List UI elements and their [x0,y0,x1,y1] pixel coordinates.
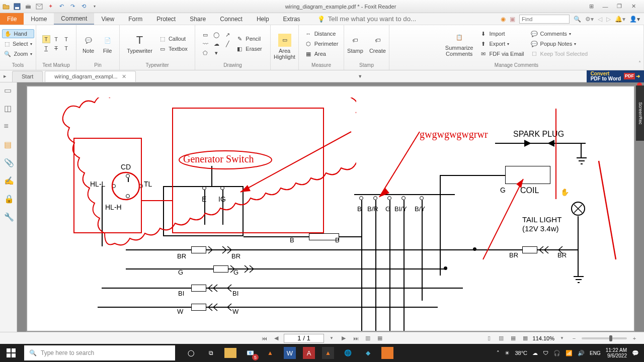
zoom-tool-button[interactable]: 🔍Zoom▾ [2,49,34,58]
comments-panel-icon[interactable]: ▤ [4,140,13,149]
pages-icon[interactable]: ◫ [4,104,13,113]
word-icon[interactable]: W [284,347,296,359]
mail-icon[interactable]: 📧5 [244,346,257,359]
zoom-out-icon[interactable]: − [570,334,579,343]
undo-icon[interactable]: ↶ [57,3,65,11]
red-arrow-coil[interactable] [478,169,538,264]
tray-expand-icon[interactable]: ˄ [497,350,500,356]
panel-toggle-icon[interactable]: ▸ [0,73,10,79]
red-link[interactable] [142,200,173,201]
clock[interactable]: 11:22 AM9/6/2022 [606,347,627,358]
first-page-icon[interactable]: ⏮ [260,334,269,343]
nav-next-icon[interactable]: ▷ [606,16,611,23]
polyline-icon[interactable]: 〰 [201,40,209,48]
chrome-icon[interactable]: 🌐 [341,346,354,359]
wifi-icon[interactable]: 📶 [566,350,573,356]
security-icon[interactable]: 🔒 [4,194,13,203]
screenrec-panel[interactable]: ScreenRec [636,85,644,141]
view-mode-1-icon[interactable]: ▥ [363,334,372,343]
eraser-button[interactable]: ◧Eraser [233,44,264,53]
highlight-icon[interactable]: T [42,35,50,43]
menu-home[interactable]: Home [24,13,54,25]
typewriter-button[interactable]: TTypewriter [125,33,154,55]
file-menu[interactable]: File [0,13,24,25]
distance-button[interactable]: ↔Distance [302,29,341,38]
print-icon[interactable] [24,3,32,11]
autodesk-icon[interactable]: ▲ [322,347,334,359]
perimeter-button[interactable]: ⬡Perimeter [302,39,341,48]
find-input[interactable] [519,15,570,24]
minimize-icon[interactable]: — [602,3,609,10]
explorer-icon[interactable] [224,348,236,358]
menu-protect[interactable]: Protect [149,13,183,25]
weather-icon[interactable]: ☀ [505,350,510,356]
find-search-icon[interactable]: 🔍 [574,16,581,23]
feedback-icon[interactable]: ▣ [510,16,515,23]
caret-icon[interactable]: T [62,35,70,43]
import-button[interactable]: ⬇Import [477,29,526,38]
vlc-icon[interactable]: ▲ [264,346,277,359]
layout-3-icon[interactable]: ▦ [509,334,518,343]
comments-button[interactable]: 💬Comments▾ [528,29,590,38]
underline-icon[interactable]: T [42,44,50,52]
autocad-icon[interactable]: A [303,347,315,359]
collapse-ribbon-icon[interactable]: ˄ [638,60,641,66]
strikeout-icon[interactable]: T [52,44,60,52]
tab-start[interactable]: Start [12,71,43,82]
layout-2-icon[interactable]: ▥ [497,334,506,343]
red-diag-right[interactable] [594,159,624,264]
notification-bell-icon[interactable]: 🔔▾ [615,16,625,23]
foxit-taskbar-icon[interactable] [381,347,393,359]
save-icon[interactable] [13,3,21,11]
fdf-email-button[interactable]: ✉FDF via Email [477,49,526,58]
cortana-icon[interactable]: ◯ [184,346,197,359]
prev-page-icon[interactable]: ◀ [272,334,281,343]
red-arrow-ig[interactable] [225,127,356,207]
new-icon[interactable]: ✦ [46,3,54,11]
language-icon[interactable]: ENG [590,350,601,356]
export-button[interactable]: ⬆Export▾ [477,39,526,48]
task-view-icon[interactable]: ⧉ [204,346,217,359]
gw-text[interactable]: gwgwgwgwgrwr [420,129,488,140]
area-highlight-button[interactable]: ▭Area Highlight [272,33,297,61]
file-attachment-button[interactable]: 📄File [99,33,116,55]
red-vline-1[interactable] [555,109,556,199]
user-icon[interactable]: 👤▾ [629,16,640,23]
onedrive-icon[interactable]: ☁ [532,350,538,356]
volume-icon[interactable]: 🔊 [578,350,585,356]
cloud-icon[interactable]: ☁ [212,40,220,48]
stamp-button[interactable]: 🏷Stamp [345,33,365,55]
open-icon[interactable] [2,3,10,11]
redo-icon[interactable]: ↷ [68,3,76,11]
foxit-logo-icon[interactable]: ◉ [501,16,506,23]
menu-comment[interactable]: Comment [54,13,94,25]
email-icon[interactable] [35,3,43,11]
start-button[interactable] [0,344,22,362]
headphone-icon[interactable]: 🎧 [553,350,560,356]
rotate-icon[interactable]: ⟲ [79,3,88,11]
page-dropdown-icon[interactable]: ▼ [327,334,336,343]
ribbon-mode-icon[interactable]: ⊞ [588,3,595,10]
page-number-input[interactable] [284,334,324,343]
nav-prev-icon[interactable]: ◁ [598,16,602,23]
settings-gear-icon[interactable]: ⚙▾ [585,16,594,23]
security-tray-icon[interactable]: 🛡 [543,350,548,356]
tab-document[interactable]: wiring_diagram_exampl...✕ [45,71,135,82]
zoom-slider[interactable] [582,337,627,339]
note-button[interactable]: 💬Note [80,33,97,55]
close-icon[interactable]: ✕ [630,3,637,10]
menu-connect[interactable]: Connect [213,13,250,25]
hand-tool-button[interactable]: ✋Hand [2,29,34,38]
tell-me-search[interactable]: 💡 [307,13,497,25]
menu-share[interactable]: Share [183,13,213,25]
callout-button[interactable]: ⬚Callout [156,34,190,43]
popup-notes-button[interactable]: 💬Popup Notes▾ [528,39,590,48]
line-icon[interactable]: ╱ [223,40,231,48]
rect-icon[interactable]: ▭ [201,31,209,39]
polygon-icon[interactable]: ⬠ [201,49,209,57]
area-button[interactable]: ▦Area [302,49,341,58]
layout-1-icon[interactable]: ▯ [485,334,494,343]
notifications-icon[interactable]: 💬 [632,350,639,356]
tool-panel-icon[interactable]: 🔧 [4,212,13,221]
select-tool-button[interactable]: ⬚Select▾ [2,39,34,48]
